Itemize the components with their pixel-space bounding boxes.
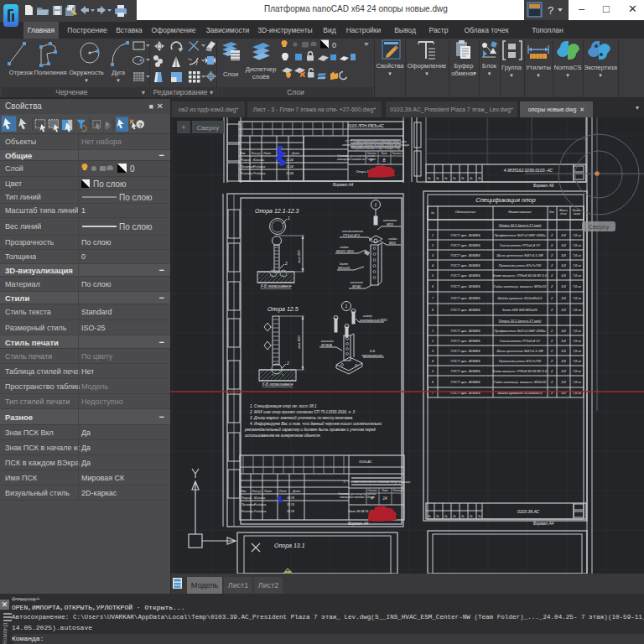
svg-text:Листов: Листов xyxy=(392,152,402,155)
svg-text:Формат А4: Формат А4 xyxy=(348,522,369,526)
svg-text:Р: Р xyxy=(370,158,372,163)
svg-text:Проверил: Проверил xyxy=(241,165,254,169)
svg-text:Рыбаков: Рыбаков xyxy=(253,172,265,175)
svg-text:1. Спецификация опор см. лист: 1. Спецификация опор см. лист 38.1 xyxy=(250,404,317,408)
svg-text:ГОСТ цкл. 309265: ГОСТ цкл. 309265 xyxy=(450,243,480,247)
svg-text:Лк: Лк xyxy=(427,515,431,518)
svg-text:3,8: 3,8 xyxy=(561,233,566,237)
svg-text:Сверху: Сверху xyxy=(588,223,609,231)
svg-text:12.24: 12.24 xyxy=(286,165,293,169)
svg-text:Лк: Лк xyxy=(452,177,456,180)
svg-text:3. Длину марких значений уточ: 3. Длину марких значений уточнять по мес… xyxy=(250,415,353,420)
svg-text:Лист: Лист xyxy=(380,152,387,155)
svg-text:ГОСТ цкл. 309265: ГОСТ цкл. 309265 xyxy=(450,380,480,384)
svg-text:0: 0 xyxy=(130,164,135,174)
svg-text:3,8: 3,8 xyxy=(561,253,566,257)
svg-text:Юдаева: Юдаева xyxy=(253,158,264,162)
svg-text:6: 6 xyxy=(432,381,434,384)
svg-text:Лист: Лист xyxy=(381,489,388,492)
svg-text:№: № xyxy=(431,211,434,215)
svg-text:Кол: Кол xyxy=(549,210,554,214)
svg-text:Соединитель ПТ1х0,4 СУ: Соединитель ПТ1х0,4 СУ xyxy=(500,243,541,247)
svg-text:4: 4 xyxy=(432,264,434,267)
svg-text:Лк: Лк xyxy=(469,177,473,180)
svg-text:16.74: 16.74 xyxy=(287,510,294,513)
svg-text:8: 8 xyxy=(432,309,434,312)
svg-text:Р: Р xyxy=(371,496,373,501)
svg-text:14: 14 xyxy=(382,496,387,501)
svg-text:ед.кг: ед.кг xyxy=(560,212,567,216)
svg-text:Лк: Лк xyxy=(469,515,473,518)
svg-text:Юдаева: Юдаева xyxy=(254,496,265,500)
svg-text:2: 2 xyxy=(284,261,288,266)
svg-text:Лк: Лк xyxy=(477,177,481,180)
svg-text:ГОСТ цкл. 309265: ГОСТ цкл. 309265 xyxy=(450,233,480,237)
svg-text:мин 300: мин 300 xyxy=(297,250,301,263)
svg-text:помещения палатка 7 этаже: помещения палатка 7 этаже xyxy=(340,496,375,499)
svg-text:В: В xyxy=(382,158,385,163)
svg-text:Шайба кузовная 10,5х30х2,5: Шайба кузовная 10,5х30х2,5 xyxy=(497,296,543,300)
svg-text:растворный М10: растворный М10 xyxy=(359,318,387,322)
svg-text:?: ? xyxy=(548,4,553,17)
svg-text:12.24: 12.24 xyxy=(286,158,293,162)
svg-text:Формат А6: Формат А6 xyxy=(533,184,554,188)
svg-text:Изм: Изм xyxy=(241,490,247,493)
svg-text:+: + xyxy=(182,123,186,132)
svg-text:Х-Б окрашивание: Х-Б окрашивание xyxy=(260,284,292,288)
svg-text:Формат А4: Формат А4 xyxy=(533,522,554,526)
svg-text:М10/С М10: М10/С М10 xyxy=(336,249,354,253)
svg-text:3: 3 xyxy=(432,350,434,353)
svg-text:5: 5 xyxy=(432,274,434,278)
svg-text:Респубblica клиники в двух Сло: Респубblica клиники в двух Словарь 1 об) xyxy=(351,147,400,150)
svg-text:Разраб.: Разраб. xyxy=(241,158,252,162)
svg-text:3,8: 3,8 xyxy=(561,349,566,353)
svg-text:Стадия: Стадия xyxy=(366,152,377,155)
svg-text:7,6 кг: 7,6 кг xyxy=(573,369,582,373)
svg-text:Подп: Подп xyxy=(279,490,286,493)
svg-text:Опора 12.1-12.3: Опора 12.1-12.3 xyxy=(255,208,299,215)
svg-text:ГОСТ цкл. 309265: ГОСТ цкл. 309265 xyxy=(450,349,480,353)
svg-text:Опора 12.5: Опора 12.5 xyxy=(267,306,299,313)
svg-text:3,8: 3,8 xyxy=(561,284,566,288)
svg-text:7,6 кг: 7,6 кг xyxy=(573,339,582,343)
svg-text:12.24: 12.24 xyxy=(286,172,293,175)
svg-text:Дата: Дата xyxy=(291,152,299,155)
svg-text:1: 1 xyxy=(288,216,290,221)
svg-text:Гайка шестигр. машинн. М10х10: Гайка шестигр. машинн. М10х10 xyxy=(494,284,547,288)
svg-text:3,8: 3,8 xyxy=(561,308,566,312)
svg-text:ГОСТ цкл. 309265: ГОСТ цкл. 309265 xyxy=(450,273,480,278)
svg-text:3,8: 3,8 xyxy=(561,263,566,267)
svg-text:Н.контр.: Н.контр. xyxy=(242,510,254,513)
svg-text:МТ40: МТ40 xyxy=(352,284,361,288)
svg-text:Лист: Лист xyxy=(262,152,271,155)
svg-text:7,6 кг: 7,6 кг xyxy=(573,308,582,312)
svg-text:использованием на конкретном о: использованием на конкретном объекте. xyxy=(245,434,321,438)
svg-text:М10х25: М10х25 xyxy=(338,266,351,270)
svg-text:3,8: 3,8 xyxy=(561,296,566,300)
svg-text:1: 1 xyxy=(432,330,434,333)
svg-text:ГОСТ цкл. 309265: ГОСТ цкл. 309265 xyxy=(450,329,480,333)
svg-text:Разраб.: Разраб. xyxy=(242,496,252,500)
svg-text:ГОСТ цкл. 309265: ГОСТ цкл. 309265 xyxy=(450,284,480,288)
svg-text:Болт DIN 933 М10х25: Болт DIN 933 М10х25 xyxy=(502,308,538,312)
svg-text:2. МАХ шаг опор принят соглас: 2. МАХ шаг опор принят согласно СП 73.13… xyxy=(249,410,356,414)
svg-text:Лк: Лк xyxy=(427,177,431,180)
svg-text:окрашивание: окрашивание xyxy=(362,353,384,357)
svg-text:7,6 кг: 7,6 кг xyxy=(573,329,582,333)
svg-text:По слою: По слою xyxy=(119,222,153,231)
svg-text:0103.ЛПН.РВЗиАС: 0103.ЛПН.РВЗиАС xyxy=(347,123,384,128)
svg-text:2: 2 xyxy=(286,361,289,366)
svg-text:Гайка шестигр. машинн. М10х10: Гайка шестигр. машинн. М10х10 xyxy=(494,380,547,384)
svg-text:1: 1 xyxy=(345,304,348,309)
svg-text:ГОСТ цкл. 309265: ГОСТ цкл. 309265 xyxy=(450,253,480,257)
svg-text:Соединитель ПТ1х0,4 СУ: Соединитель ПТ1х0,4 СУ xyxy=(500,339,541,343)
svg-text:Лк: Лк xyxy=(452,515,456,518)
svg-text:6: 6 xyxy=(432,285,434,288)
svg-text:Лк: Лк xyxy=(460,177,465,180)
svg-text:Лк: Лк xyxy=(460,515,465,518)
svg-text:По слою: По слою xyxy=(93,179,127,189)
svg-text:Шина крепежная St37x1.5 2М: Шина крепежная St37x1.5 2М xyxy=(496,253,543,257)
svg-text:Лк: Лк xyxy=(444,177,448,180)
svg-text:М10: М10 xyxy=(389,241,397,245)
svg-text:Опора 12.1 (всего 17 шт): Опора 12.1 (всего 17 шт) xyxy=(499,319,542,323)
